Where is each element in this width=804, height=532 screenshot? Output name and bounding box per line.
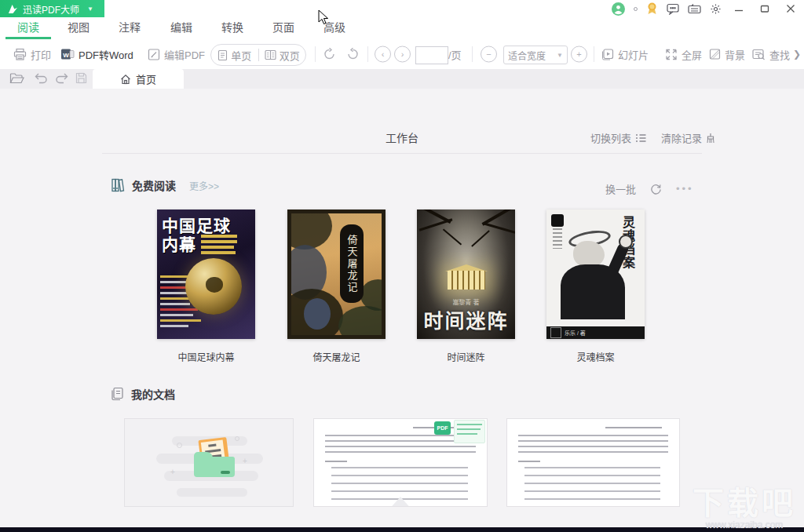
chevron-down-icon: ▼ <box>87 5 93 13</box>
chevron-left-icon: ‹ <box>375 46 391 63</box>
slideshow-button[interactable]: 幻灯片 <box>601 47 649 62</box>
background-button[interactable]: 背景 <box>709 47 745 62</box>
rotate-left-button[interactable] <box>346 48 360 61</box>
chevron-right-icon: › <box>394 46 411 63</box>
page-number-input[interactable] <box>415 46 448 64</box>
menu-bar: 阅读 视图 注释 编辑 转换 页面 高级 <box>0 17 804 39</box>
cover-title-text: 时间迷阵 <box>417 305 515 333</box>
document-card[interactable] <box>506 418 680 507</box>
cover-art <box>338 306 386 339</box>
edit-pdf-button[interactable]: 编辑PDF <box>148 47 205 62</box>
book-cover-time-maze[interactable]: 嵩黎青 著 时间迷阵 <box>417 210 515 339</box>
free-reading-more-link[interactable]: 更多>> <box>189 179 219 192</box>
empty-folder-illustration <box>194 457 235 477</box>
home-tab-label: 首页 <box>136 71 156 86</box>
book-title[interactable]: 中国足球内幕 <box>157 350 255 363</box>
book-cover-heaven-sword[interactable]: 倚天屠龙记 <box>287 210 386 339</box>
prev-page-button[interactable]: ‹ <box>375 46 391 63</box>
maximize-button[interactable] <box>756 0 773 17</box>
watermark-text: 下载吧 <box>693 487 796 519</box>
tab-view[interactable]: 视图 <box>61 17 96 39</box>
edit-pencil-icon <box>148 48 160 60</box>
next-page-button[interactable]: › <box>394 46 411 63</box>
illustration <box>177 443 182 448</box>
tab-convert[interactable]: 转换 <box>215 17 250 39</box>
documents-icon <box>111 387 124 401</box>
toolbar: 打印 W PDF转Word 编辑PDF 单页 双页 <box>0 39 804 69</box>
message-icon[interactable] <box>667 3 679 15</box>
zoom-out-button[interactable]: − <box>481 46 497 63</box>
refresh-icon[interactable] <box>650 183 662 195</box>
open-folder-button[interactable] <box>9 72 24 88</box>
app-menu-button[interactable]: 迅读PDF大师 ▼ <box>0 0 104 17</box>
undo-button[interactable] <box>34 72 48 87</box>
pdf-tooltip <box>454 420 485 443</box>
zoom-mode-select[interactable]: 适合宽度 ▼ <box>503 46 568 64</box>
clear-history-label: 清除记录 <box>661 130 702 145</box>
svg-text:W: W <box>63 52 69 59</box>
single-page-label: 单页 <box>231 48 251 63</box>
double-page-button[interactable]: 双页 <box>259 48 306 63</box>
clear-history-button[interactable]: 清除记录 <box>661 130 715 145</box>
shortcut-keyboard-icon[interactable] <box>688 4 701 14</box>
edit-pdf-label: 编辑PDF <box>164 47 205 62</box>
book-cover-china-football[interactable]: 中国足球 内幕 <box>157 210 255 339</box>
document-card-empty[interactable]: + + <box>124 418 294 507</box>
free-reading-title: 免费阅读 <box>132 177 176 193</box>
redo-button[interactable] <box>55 72 69 87</box>
print-button[interactable]: 打印 <box>13 47 51 62</box>
settings-gear-icon[interactable] <box>710 3 722 15</box>
refresh-batch-button[interactable]: 换一批 <box>605 181 636 196</box>
illustration: + <box>243 457 247 465</box>
cover-character-head <box>573 241 605 268</box>
print-label: 打印 <box>31 47 51 62</box>
pdf-to-word-button[interactable]: W PDF转Word <box>60 47 133 62</box>
document-card[interactable]: PDF <box>313 418 488 507</box>
fullscreen-button[interactable]: 全屏 <box>665 47 702 62</box>
app-logo-icon <box>8 4 18 14</box>
user-avatar[interactable] <box>612 2 625 16</box>
illustration <box>177 488 247 497</box>
book-title[interactable]: 灵魂档案 <box>546 350 645 363</box>
tab-annotate[interactable]: 注释 <box>112 17 147 39</box>
chevron-down-icon: ▼ <box>557 52 563 59</box>
book-title[interactable]: 时间迷阵 <box>417 350 515 363</box>
cover-art <box>443 229 462 246</box>
fullscreen-icon <box>665 48 678 60</box>
zoom-mode-value: 适合宽度 <box>508 49 546 62</box>
watermark-logo <box>388 497 413 507</box>
free-reading-header: 免费阅读 更多>> <box>111 177 219 193</box>
illustration: + <box>170 468 175 476</box>
single-page-icon <box>217 49 228 61</box>
book-cover-soul-archive[interactable]: 灵魂档案 乐乐 / 著 <box>546 210 645 339</box>
more-options-button[interactable]: ••• <box>676 183 694 195</box>
home-tab[interactable]: 首页 <box>93 69 184 89</box>
word-file-icon: W <box>60 48 75 61</box>
cover-character-hand <box>619 235 633 249</box>
tab-read[interactable]: 阅读 <box>11 17 46 39</box>
switch-list-button[interactable]: 切换列表 <box>590 130 646 145</box>
background-icon <box>709 49 721 60</box>
tab-edit[interactable]: 编辑 <box>164 17 199 39</box>
titlebar-icons <box>612 0 799 17</box>
watermark-url: www.xiazaiba.com <box>693 519 796 530</box>
tab-page[interactable]: 页面 <box>266 17 301 39</box>
rotate-right-icon <box>323 48 336 61</box>
save-button[interactable] <box>75 72 87 87</box>
divider <box>315 46 316 62</box>
cover-character-body <box>561 264 625 319</box>
book-title[interactable]: 倚天屠龙记 <box>287 350 386 363</box>
vip-medal-icon[interactable] <box>646 2 658 15</box>
rotate-right-button[interactable] <box>323 48 336 61</box>
find-button[interactable]: 查找 <box>752 47 790 62</box>
toolbar-overflow-button[interactable]: ❯ <box>793 49 801 60</box>
bookshelf-icon <box>111 178 125 192</box>
minimize-button[interactable] <box>730 0 747 17</box>
pdf-badge: PDF <box>434 421 451 435</box>
close-button[interactable] <box>782 0 799 17</box>
single-page-button[interactable]: 单页 <box>211 48 258 63</box>
rotate-left-icon <box>346 48 360 61</box>
zoom-in-button[interactable]: + <box>571 46 587 63</box>
cover-art <box>304 298 331 330</box>
fullscreen-label: 全屏 <box>682 47 702 62</box>
